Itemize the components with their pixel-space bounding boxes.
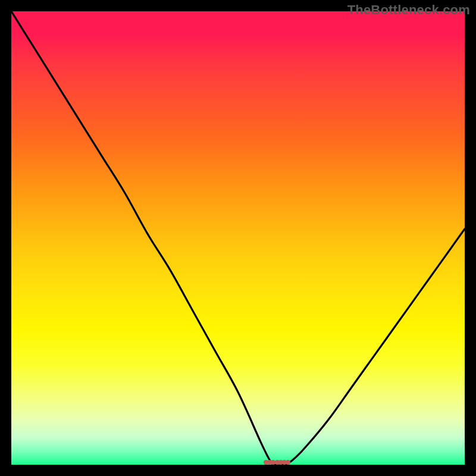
chart-frame: TheBottleneck.com xyxy=(0,0,476,476)
marker-dot xyxy=(286,460,290,465)
watermark-text: TheBottleneck.com xyxy=(347,2,470,18)
bottleneck-curve xyxy=(11,11,465,465)
plot-area xyxy=(11,11,465,465)
